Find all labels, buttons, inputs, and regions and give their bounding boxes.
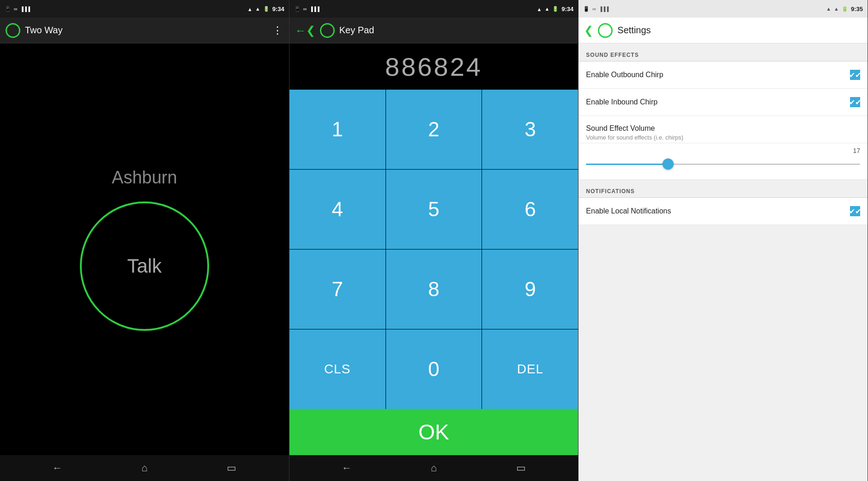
section-header-sound: SOUND EFFECTS: [579, 43, 868, 61]
nav-bar-1: [0, 455, 289, 481]
status-right-1: ▲ 🔋 9:34: [247, 6, 284, 12]
signal-icon-1: ▲: [255, 6, 260, 12]
status-right-3: ▲ ▲ 🔋 9:35: [826, 6, 863, 12]
ok-button[interactable]: OK: [289, 409, 579, 455]
volume-label: Sound Effect Volume: [586, 124, 655, 133]
settings-body: SOUND EFFECTS Enable Outbound Chirp ✔ En…: [579, 43, 868, 481]
app-logo-2: [320, 23, 335, 38]
number-display: 886824: [289, 43, 579, 90]
slider-fill: [586, 164, 668, 165]
app-logo-1: [6, 23, 20, 38]
ok-label: OK: [418, 420, 449, 444]
outbound-chirp-checkbox[interactable]: ✔: [850, 70, 860, 80]
more-button-1[interactable]: [272, 24, 283, 37]
status-right-2: ▲ 🔋 9:34: [537, 6, 574, 12]
inbound-chirp-checkbox[interactable]: ✔: [850, 97, 860, 107]
status-bar-2: 📱 ∞ ▐▐▐ ▲ 🔋 9:34: [289, 0, 579, 18]
key-5[interactable]: 5: [386, 170, 482, 249]
status-left-1: 📱 ∞ ▐▐▐: [5, 6, 30, 12]
time-2: 9:34: [561, 6, 573, 12]
voicemail-icon: ∞: [14, 6, 18, 12]
wifi-icon-3: ▲: [826, 6, 831, 12]
top-bar-3: ❮ Settings: [579, 18, 868, 43]
app-logo-3: [598, 23, 613, 38]
notif-icon-3: 📱: [583, 6, 590, 12]
key-3[interactable]: 3: [482, 90, 578, 169]
talk-button[interactable]: Talk: [80, 201, 209, 331]
screen3-title: Settings: [617, 25, 862, 36]
battery-icon-1: 🔋: [263, 6, 270, 12]
local-notifications-checkbox[interactable]: ✔: [850, 206, 860, 216]
status-left-2: 📱 ∞ ▐▐▐: [294, 6, 319, 12]
time-1: 9:34: [272, 6, 284, 12]
volume-sublabel: Volume for sound effects (i.e. chirps): [586, 134, 683, 141]
wifi-icon-2: [537, 6, 542, 12]
slider-thumb[interactable]: [663, 158, 674, 170]
local-notifications-label: Enable Local Notifications: [586, 207, 671, 215]
inbound-chirp-label: Enable Inbound Chirp: [586, 98, 657, 106]
signal-icon-2: ▲: [544, 6, 549, 12]
key-9[interactable]: 9: [482, 250, 578, 329]
battery-icon-3: 🔋: [842, 6, 848, 12]
key-4[interactable]: 4: [289, 170, 386, 249]
status-left-3: 📱 ∞ ▐▐▐: [583, 6, 609, 12]
screen2-title: Key Pad: [339, 25, 573, 36]
signal-bars-icon: ▐▐▐: [20, 6, 30, 12]
signal-icon-3: ▲: [834, 6, 839, 12]
screen-keypad: 📱 ∞ ▐▐▐ ▲ 🔋 9:34 ❮ Key Pad 886824 1 2 3 …: [289, 0, 579, 481]
home-button-1[interactable]: [135, 459, 154, 477]
key-2[interactable]: 2: [386, 90, 482, 169]
screen-settings: 📱 ∞ ▐▐▐ ▲ ▲ 🔋 9:35 ❮ Settings SOUND EFFE…: [579, 0, 868, 481]
talk-label: Talk: [127, 255, 162, 277]
back-button-1[interactable]: [48, 459, 66, 477]
back-button-3[interactable]: ❮: [584, 24, 593, 37]
recents-button-1[interactable]: [222, 459, 241, 477]
settings-item-outbound-chirp[interactable]: Enable Outbound Chirp ✔: [579, 61, 868, 89]
signal-bars-icon-2: ▐▐▐: [310, 6, 319, 12]
status-bar-1: 📱 ∞ ▐▐▐ ▲ 🔋 9:34: [0, 0, 289, 18]
check-icon-1: ✔: [849, 71, 861, 79]
settings-item-volume-label: Sound Effect Volume Volume for sound eff…: [579, 116, 868, 143]
keypad-grid: 1 2 3 4 5 6 7 8 9 CLS 0 DEL: [289, 90, 579, 409]
screen1-body: Ashburn Talk: [0, 43, 289, 455]
key-del[interactable]: DEL: [482, 329, 578, 409]
screen1-title: Two Way: [25, 25, 268, 36]
section-header-notifications: NOTIFICATIONS: [579, 180, 868, 197]
key-0[interactable]: 0: [386, 329, 482, 409]
volume-row: 17: [579, 143, 868, 180]
voicemail-icon-3: ∞: [592, 6, 596, 12]
notif-icon: 📱: [5, 6, 11, 12]
top-bar-1: Two Way: [0, 18, 289, 43]
outbound-chirp-label: Enable Outbound Chirp: [586, 71, 663, 79]
home-button-2[interactable]: [424, 459, 443, 477]
signal-bars-icon-3: ▐▐▐: [599, 6, 609, 12]
wifi-icon-1: [247, 6, 253, 12]
nav-bar-2: [289, 455, 579, 481]
slider-track: [586, 164, 860, 165]
volume-slider[interactable]: [586, 157, 860, 171]
check-icon-2: ✔: [849, 98, 861, 107]
check-icon-3: ✔: [849, 207, 861, 216]
top-bar-2: ❮ Key Pad: [289, 18, 579, 43]
settings-item-local-notifications[interactable]: Enable Local Notifications ✔: [579, 198, 868, 225]
key-1[interactable]: 1: [289, 90, 386, 169]
notif-icon-2: 📱: [294, 6, 301, 12]
key-6[interactable]: 6: [482, 170, 578, 249]
location-label: Ashburn: [112, 168, 177, 188]
voicemail-icon-2: ∞: [303, 6, 307, 12]
screen-two-way: 📱 ∞ ▐▐▐ ▲ 🔋 9:34 Two Way Ashburn Talk: [0, 0, 289, 481]
key-8[interactable]: 8: [386, 250, 482, 329]
settings-item-inbound-chirp[interactable]: Enable Inbound Chirp ✔: [579, 89, 868, 116]
key-cls[interactable]: CLS: [289, 329, 386, 409]
key-7[interactable]: 7: [289, 250, 386, 329]
screen2-body: 886824 1 2 3 4 5 6 7 8 9 CLS 0 DEL OK: [289, 43, 579, 455]
recents-button-2[interactable]: [512, 459, 530, 477]
time-3: 9:35: [851, 6, 863, 12]
battery-icon-2: 🔋: [552, 6, 559, 12]
back-button-2[interactable]: ❮: [295, 24, 315, 37]
back-button-nav-2[interactable]: [338, 459, 356, 477]
volume-value: 17: [586, 147, 860, 154]
status-bar-3: 📱 ∞ ▐▐▐ ▲ ▲ 🔋 9:35: [579, 0, 868, 18]
